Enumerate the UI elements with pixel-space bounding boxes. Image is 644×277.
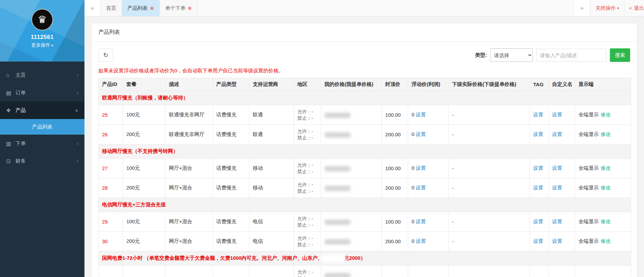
- float-set-link[interactable]: 设置: [416, 165, 426, 171]
- my-price-cell: [321, 105, 382, 125]
- region-allow: 允许：-: [297, 215, 317, 222]
- sub-price-cell: -: [449, 212, 530, 232]
- redacted-text: [323, 256, 344, 261]
- custom-name-set-link[interactable]: 设置: [552, 238, 562, 244]
- my-price-cell: [321, 232, 382, 251]
- tag-set-link[interactable]: 设置: [533, 238, 543, 244]
- column-header: 地区: [294, 78, 321, 91]
- search-button[interactable]: 搜索: [610, 48, 630, 62]
- product-type-cell: 话费慢充: [213, 105, 249, 125]
- custom-name-cell: 设置: [549, 159, 575, 178]
- product-id-cell: 30: [99, 232, 123, 251]
- display-value: 全端显示: [578, 238, 599, 244]
- display-cell: [575, 266, 631, 277]
- product-row: 29100元网厅+混合话费慢充电信允许：-禁止：-100.000 设置-设置设置…: [99, 212, 631, 232]
- product-row: 允许：-禁止：-: [99, 266, 631, 277]
- tab-产品列表[interactable]: 产品列表⊗: [122, 0, 160, 16]
- description-cell: 网厅+混合: [166, 178, 213, 198]
- float-price-cell: 0 设置: [408, 212, 449, 232]
- panel-body: ↻ 类型: 请选择 搜索 如果未设置浮动价格或者浮动价为0，会自动取下单用户自己…: [92, 42, 637, 277]
- tab-单个下单[interactable]: 单个下单⊗: [160, 0, 198, 16]
- description-cell: 网厅+混合: [166, 232, 213, 251]
- sidebar-header: ♛ 1112561 更多操作▾: [0, 0, 84, 62]
- refresh-button[interactable]: ↻: [98, 48, 113, 62]
- product-id-cell: 29: [99, 212, 123, 232]
- modify-link[interactable]: 修改: [601, 165, 611, 171]
- redacted-price: [324, 132, 351, 138]
- float-price-notice: 如果未设置浮动价格或者浮动价为0，会自动取下单用户自己当前等级设置的价格。: [98, 68, 630, 74]
- product-row: 27100元网厅+混合话费慢充移动允许：-禁止：-100.000 设置-设置设置…: [99, 159, 631, 178]
- close-icon[interactable]: ⊗: [188, 6, 192, 10]
- type-select[interactable]: 请选择: [490, 48, 533, 62]
- float-set-link[interactable]: 设置: [416, 238, 426, 244]
- sidebar-subitem-产品列表[interactable]: 产品列表: [0, 119, 84, 135]
- custom-name-set-link[interactable]: 设置: [552, 218, 562, 224]
- product-table: 产品ID套餐描述产品类型支持运营商地区我的价格(我提单价格)封顶价浮动价(利润)…: [98, 78, 631, 277]
- modify-link[interactable]: 修改: [601, 238, 611, 244]
- close-icon[interactable]: ⊗: [150, 6, 154, 10]
- sub-price-cell: -: [449, 125, 530, 144]
- custom-name-set-link[interactable]: 设置: [552, 185, 562, 190]
- tag-set-link[interactable]: 设置: [533, 185, 543, 190]
- group-header-row: 移动网厅慢充（不支持携号转网）: [99, 144, 631, 159]
- logout-button[interactable]: 退出: [624, 0, 644, 16]
- float-set-link[interactable]: 设置: [416, 131, 426, 137]
- sidebar-item-label: 主页: [16, 72, 26, 78]
- tag-cell: 设置: [530, 232, 549, 251]
- modify-link[interactable]: 修改: [601, 218, 611, 224]
- column-header: 我的价格(我提单价格): [321, 78, 382, 91]
- plan-cell: 200元: [123, 178, 166, 198]
- sidebar-item-财务[interactable]: ⊡财务‹: [0, 152, 84, 170]
- modify-link[interactable]: 修改: [601, 131, 611, 137]
- display-value: 全端显示: [578, 112, 599, 117]
- carrier-cell: 联通: [249, 105, 294, 125]
- order-icon: ▤: [6, 90, 16, 96]
- custom-name-set-link[interactable]: 设置: [552, 165, 562, 171]
- chevron-down-icon: ▾: [51, 43, 53, 47]
- submenu: 产品列表: [0, 119, 84, 135]
- custom-name-set-link[interactable]: 设置: [552, 112, 562, 117]
- region-cell: 允许：-禁止：-: [294, 266, 321, 277]
- float-set-link[interactable]: 设置: [416, 218, 426, 224]
- place-order-icon: ▥: [6, 140, 16, 147]
- product-row: 28200元网厅+混合话费慢充移动允许：-禁止：-200.000 设置-设置设置…: [99, 178, 631, 198]
- plan-cell: [123, 266, 166, 277]
- region-deny: 禁止：-: [297, 115, 317, 121]
- sidebar-item-label: 下单: [16, 140, 26, 147]
- tag-set-link[interactable]: 设置: [533, 218, 543, 224]
- search-input[interactable]: [536, 49, 606, 62]
- region-cell: 允许：-禁止：-: [294, 105, 321, 125]
- sidebar-item-订单[interactable]: ▤订单‹: [0, 84, 84, 101]
- logo[interactable]: ♛: [31, 9, 53, 30]
- tabs-scroll-left-button[interactable]: «: [84, 0, 101, 16]
- tag-set-link[interactable]: 设置: [533, 112, 543, 117]
- sidebar-item-产品[interactable]: ❖产品∨: [0, 101, 84, 119]
- tag-set-link[interactable]: 设置: [533, 131, 543, 137]
- close-actions-dropdown[interactable]: 关闭操作▾: [590, 0, 624, 16]
- more-actions-dropdown[interactable]: 更多操作▾: [0, 42, 84, 48]
- region-deny: 禁止：-: [297, 241, 317, 248]
- more-actions-label: 更多操作: [31, 42, 50, 48]
- float-set-link[interactable]: 设置: [416, 185, 426, 190]
- tag-set-link[interactable]: 设置: [533, 165, 543, 171]
- product-type-cell: 话费慢充: [213, 159, 249, 178]
- modify-link[interactable]: 修改: [601, 185, 611, 190]
- description-cell: 网厅+混合: [166, 212, 213, 232]
- tabs-scroll-right-button[interactable]: »: [574, 0, 590, 16]
- tab-首页[interactable]: 首页: [101, 0, 122, 16]
- finance-icon: ⊡: [6, 158, 16, 164]
- chevron-left-icon: ‹: [77, 90, 78, 95]
- modify-link[interactable]: 修改: [601, 112, 611, 117]
- carrier-cell: 移动: [249, 159, 294, 178]
- float-set-link[interactable]: 设置: [416, 112, 426, 117]
- sidebar-item-主页[interactable]: ⌂主页‹: [0, 66, 84, 84]
- sidebar-item-下单[interactable]: ▥下单‹: [0, 135, 84, 152]
- display-cell: 全端显示修改: [575, 178, 631, 198]
- panel-title: 产品列表: [92, 23, 637, 42]
- redacted-price: [324, 166, 351, 171]
- home-icon: ⌂: [6, 72, 16, 78]
- sidebar-item-label: 订单: [16, 90, 26, 96]
- product-id-cell: [99, 266, 123, 277]
- display-cell: 全端显示修改: [575, 105, 631, 125]
- custom-name-set-link[interactable]: 设置: [552, 131, 562, 137]
